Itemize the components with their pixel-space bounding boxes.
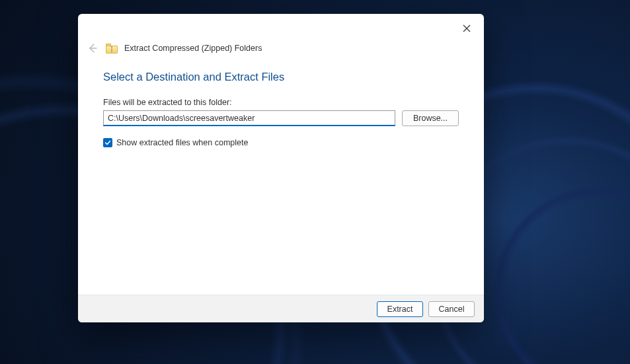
back-button[interactable] (85, 40, 100, 56)
path-field-label: Files will be extracted to this folder: (103, 98, 459, 107)
zipped-folder-icon (106, 44, 118, 54)
show-files-checkbox-row: Show extracted files when complete (103, 138, 459, 147)
content-area: Select a Destination and Extract Files F… (78, 65, 484, 295)
header-row: Extract Compressed (Zipped) Folders (78, 40, 484, 65)
extract-button[interactable]: Extract (377, 301, 423, 317)
browse-button[interactable]: Browse... (402, 110, 459, 126)
titlebar (78, 14, 484, 40)
cancel-button[interactable]: Cancel (428, 301, 475, 317)
show-files-checkbox-label[interactable]: Show extracted files when complete (116, 138, 248, 147)
path-row: Browse... (103, 110, 459, 126)
checkmark-icon (104, 139, 111, 146)
back-arrow-icon (87, 43, 98, 54)
extract-dialog: Extract Compressed (Zipped) Folders Sele… (78, 14, 484, 322)
destination-path-input[interactable] (103, 110, 395, 126)
dialog-title: Extract Compressed (Zipped) Folders (124, 44, 262, 53)
page-heading: Select a Destination and Extract Files (103, 71, 459, 83)
dialog-footer: Extract Cancel (78, 295, 484, 322)
close-icon (463, 24, 471, 32)
show-files-checkbox[interactable] (103, 138, 112, 147)
close-button[interactable] (457, 19, 476, 38)
